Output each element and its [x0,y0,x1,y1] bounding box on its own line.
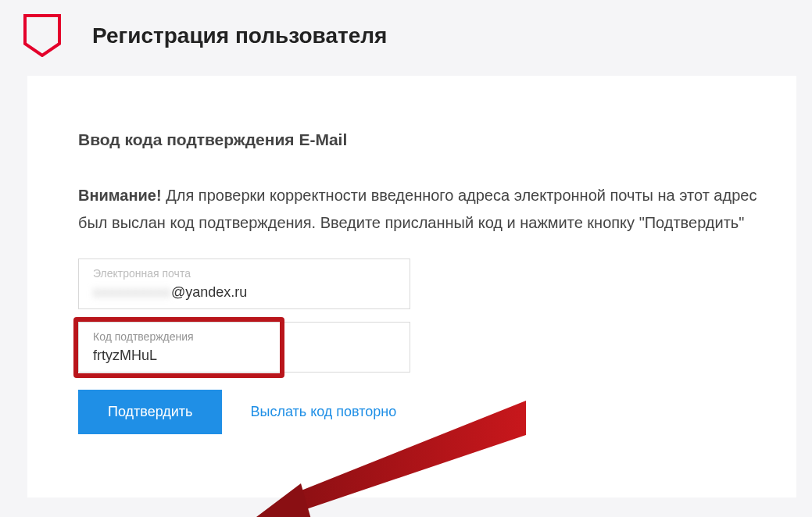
content-card: Ввод кода подтверждения E-Mail Внимание!… [27,76,796,497]
code-field-box[interactable]: Код подтверждения [78,322,410,373]
email-value: xxxxxxxxxx@yandex.ru [93,284,247,300]
page-title: Регистрация пользователя [92,23,387,48]
logo-icon [23,14,61,57]
action-row: Подтвердить Выслать код повторно [78,390,796,434]
code-field-wrap: Код подтверждения [78,322,410,373]
confirm-button[interactable]: Подтвердить [78,390,222,434]
email-field-box: Электронная почта xxxxxxxxxx@yandex.ru [78,258,410,309]
email-visible-part: @yandex.ru [171,284,247,300]
attention-paragraph: Внимание! Для проверки корректности введ… [78,182,758,237]
email-hidden-part: xxxxxxxxxx [93,284,171,300]
section-title: Ввод кода подтверждения E-Mail [78,130,796,149]
email-label: Электронная почта [93,267,395,280]
resend-link[interactable]: Выслать код повторно [250,404,396,420]
page-header: Регистрация пользователя [0,0,812,76]
code-input[interactable] [93,348,395,364]
svg-marker-1 [256,483,313,517]
attention-label: Внимание! [78,187,162,204]
attention-text: Для проверки корректности введенного адр… [78,187,757,231]
code-label: Код подтверждения [93,330,395,343]
